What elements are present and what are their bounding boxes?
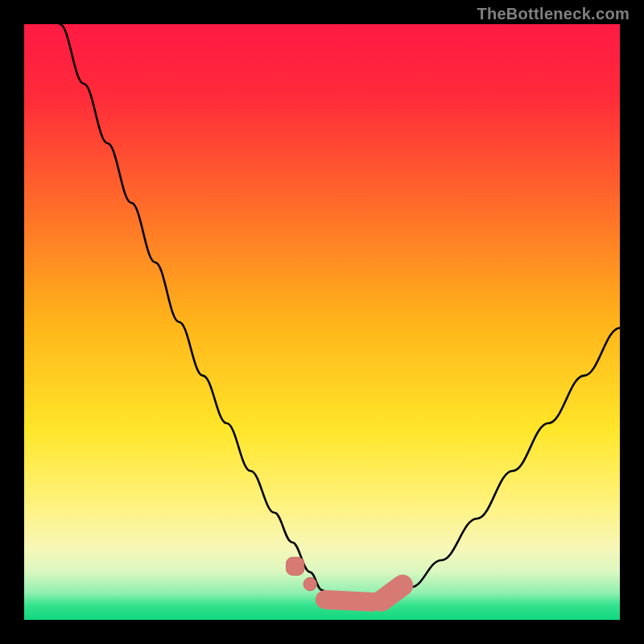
marker-capsule [325,600,373,602]
watermark-text: TheBottleneck.com [477,5,630,23]
plot-area [24,24,620,620]
bottleneck-chart [24,24,620,620]
marker-dot [303,577,316,590]
chart-stage: TheBottleneck.com [0,0,644,644]
gradient-background [24,24,620,620]
marker-square [287,557,304,575]
marker-capsule [382,585,402,601]
